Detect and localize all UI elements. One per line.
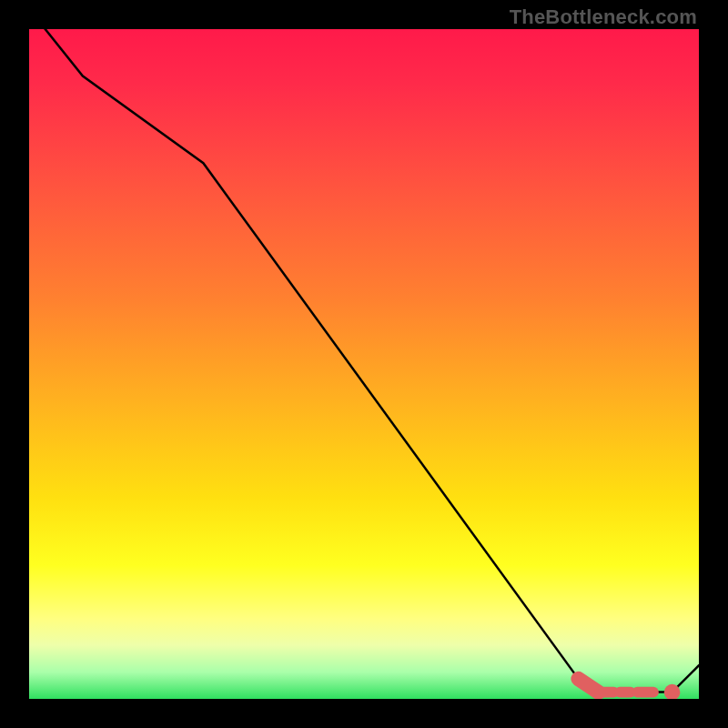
chart-svg: [29, 29, 699, 699]
marker-segment: [579, 679, 599, 693]
chart-markers-layer: [579, 679, 681, 699]
chart-main-curve: [29, 29, 699, 693]
chart-line-layer: [29, 29, 699, 693]
watermark-text: TheBottleneck.com: [510, 5, 697, 29]
